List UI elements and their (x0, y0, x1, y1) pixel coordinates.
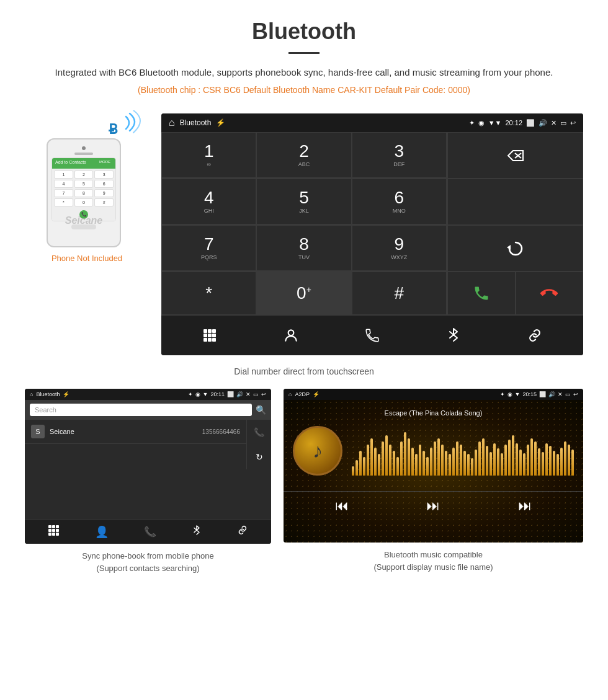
usb-icon: ⚡ (216, 118, 225, 127)
music-screenshot-item: ⌂ A2DP ⚡ ✦ ◉ ▼ 20:15 ⬜ 🔊 ✕ ▭ ↩ (284, 389, 583, 574)
back-icon[interactable]: ↩ (570, 119, 576, 127)
status-bar-right: ✦ ◉ ▼▼ 20:12 ⬜ 🔊 ✕ ▭ ↩ (469, 119, 576, 127)
dial-key-4[interactable]: 4 GHI (161, 179, 256, 224)
phonebook-caption-line2: (Support contacts searching) (96, 564, 199, 573)
dial-row-3: 7 PQRS 8 TUV 9 WXYZ (161, 225, 447, 272)
call-log-button[interactable] (357, 323, 388, 348)
next-button[interactable]: ⏭ (518, 498, 532, 514)
end-call-button[interactable] (516, 272, 584, 315)
phonebook-caption: Sync phone-book from mobile phone (Suppo… (25, 550, 271, 574)
car-status-bar: ⌂ Bluetooth ⚡ ✦ ◉ ▼▼ 20:12 ⬜ 🔊 ✕ ▭ ↩ (161, 113, 583, 132)
search-icon[interactable]: 🔍 (256, 405, 266, 415)
phone-dialpad: 1 2 3 4 5 6 7 8 9 * 0 # (52, 169, 115, 208)
phone-key: 7 (54, 189, 73, 197)
play-pause-button[interactable]: ⏭ (426, 498, 440, 514)
dial-key-3[interactable]: 3 DEF (352, 132, 447, 178)
music-status-bar: ⌂ A2DP ⚡ ✦ ◉ ▼ 20:15 ⬜ 🔊 ✕ ▭ ↩ (284, 389, 583, 400)
music-x-icon[interactable]: ✕ (558, 391, 563, 397)
pb-home-icon[interactable]: ⌂ (30, 391, 33, 397)
music-win-icon[interactable]: ▭ (565, 391, 571, 397)
pb-link-btn[interactable] (237, 525, 248, 539)
svg-rect-9 (212, 334, 216, 337)
pb-contact-row[interactable]: S Seicane 13566664466 (25, 420, 246, 444)
close-icon[interactable]: ✕ (551, 119, 557, 127)
pb-x-icon[interactable]: ✕ (246, 391, 251, 397)
pb-bt-icon: ✦ (188, 391, 193, 397)
music-song-title: Escape (The Pina Colada Song) (293, 409, 574, 417)
dial-key-5[interactable]: 5 JKL (256, 179, 351, 224)
pb-user-btn[interactable]: 👤 (95, 525, 109, 539)
svg-rect-12 (212, 338, 216, 342)
music-status-left: ⌂ A2DP ⚡ (288, 391, 320, 397)
pb-status-right: ✦ ◉ ▼ 20:11 ⬜ 🔊 ✕ ▭ ↩ (188, 391, 266, 397)
music-back-icon[interactable]: ↩ (573, 391, 578, 397)
pb-search-bar: Search 🔍 (25, 400, 271, 420)
music-caption: Bluetooth music compatible (Support disp… (284, 549, 583, 573)
pb-refresh-side-icon[interactable]: ↻ (256, 452, 263, 462)
dial-key-2[interactable]: 2 ABC (256, 132, 351, 178)
bluetooth-button[interactable] (438, 323, 469, 348)
dial-key-1[interactable]: 1 ∞ (161, 132, 256, 178)
music-vol-icon: 🔊 (548, 391, 555, 397)
pb-bt-btn[interactable] (192, 525, 201, 539)
link-button[interactable] (519, 323, 550, 348)
pb-win-icon[interactable]: ▭ (253, 391, 259, 397)
phone-screen-label: Add to Contacts (55, 160, 86, 164)
window-icon[interactable]: ▭ (560, 119, 566, 127)
redial-button[interactable] (447, 225, 583, 272)
backspace-icon (506, 148, 525, 163)
phone-key: # (94, 198, 114, 206)
pb-grid-btn[interactable] (48, 525, 59, 539)
page-title: Bluetooth (37, 19, 571, 45)
music-content-inner: Escape (The Pina Colada Song) ♪ (284, 400, 583, 485)
call-icon (473, 285, 490, 302)
pb-time: 20:11 (210, 391, 225, 397)
dial-key-8[interactable]: 8 TUV (256, 225, 351, 271)
music-controls: ⏮ ⏭ ⏭ (284, 491, 583, 520)
music-bt-icon: ✦ (500, 391, 505, 397)
pb-search-input[interactable]: Search (30, 404, 252, 416)
car-display-dial: ⌂ Bluetooth ⚡ ✦ ◉ ▼▼ 20:12 ⬜ 🔊 ✕ ▭ ↩ (161, 113, 583, 355)
call-button[interactable] (447, 272, 516, 315)
music-usb-icon: ⚡ (313, 391, 320, 397)
phone-speaker (74, 153, 93, 155)
phone-not-included-label: Phone Not Included (51, 254, 122, 263)
contact-number: 13566664466 (202, 428, 240, 435)
phone-key: 5 (74, 180, 94, 188)
dial-key-7[interactable]: 7 PQRS (161, 225, 256, 271)
pb-back-icon[interactable]: ↩ (261, 391, 266, 397)
music-note-icon: ♪ (313, 440, 323, 463)
pb-side-panel: 📞 ↻ (246, 420, 271, 469)
dial-key-6[interactable]: 6 MNO (352, 179, 447, 224)
pb-call-side-icon[interactable]: 📞 (254, 427, 264, 437)
car-toolbar (161, 315, 583, 355)
phone-screen-header: Add to Contacts MORE (52, 158, 115, 166)
dialpad-main: 1 ∞ 2 ABC 3 DEF 4 GHI (161, 132, 583, 315)
phone-mock: Ƀ Add to Contacts MORE 1 2 (47, 138, 127, 247)
phone-screen-action: MORE (97, 160, 112, 164)
dial-key-0[interactable]: 0+ (256, 272, 351, 315)
pb-phone-btn[interactable]: 📞 (144, 526, 156, 538)
dial-key-star[interactable]: * (161, 272, 256, 315)
svg-rect-4 (203, 329, 207, 333)
pb-status-left: ⌂ Bluetooth ⚡ (30, 391, 69, 397)
music-loc-icon: ◉ (507, 391, 512, 397)
bluetooth-status-icon: ✦ (469, 119, 475, 127)
contacts-button[interactable] (275, 323, 306, 348)
title-divider (288, 52, 320, 54)
pb-contact-list: S Seicane 13566664466 (25, 420, 246, 469)
phone-key: 6 (94, 180, 114, 188)
dialpad-view-button[interactable] (194, 323, 225, 348)
dial-key-9[interactable]: 9 WXYZ (352, 225, 447, 271)
music-home-icon[interactable]: ⌂ (288, 391, 292, 397)
phonebook-screenshot-item: ⌂ Bluetooth ⚡ ✦ ◉ ▼ 20:11 ⬜ 🔊 ✕ ▭ ↩ (25, 389, 271, 574)
svg-rect-22 (56, 533, 59, 536)
prev-button[interactable]: ⏮ (335, 498, 349, 514)
backspace-button[interactable] (447, 132, 583, 179)
svg-rect-15 (52, 525, 55, 528)
pb-content-area: S Seicane 13566664466 📞 ↻ (25, 420, 271, 469)
dial-key-hash[interactable]: # (352, 272, 447, 315)
status-bar-left: ⌂ Bluetooth ⚡ (169, 117, 225, 128)
home-icon[interactable]: ⌂ (169, 117, 175, 128)
pb-usb-icon: ⚡ (63, 391, 69, 397)
